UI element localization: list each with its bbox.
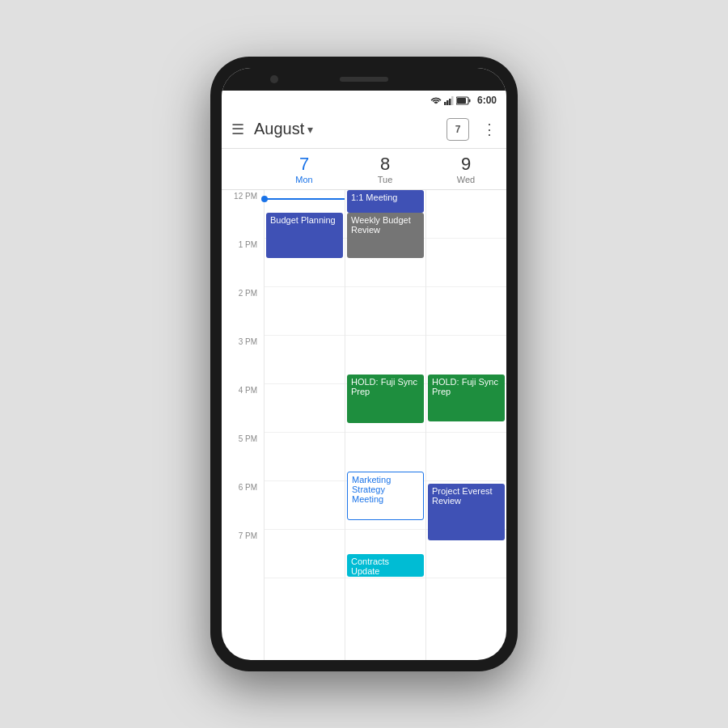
time-label-3pm: 3 PM	[222, 336, 264, 384]
day-headers: 7 Mon 8 Tue 9 Wed	[222, 149, 506, 190]
hold-fuji-sync-wed-event[interactable]: HOLD: Fuji Sync Prep	[428, 375, 505, 421]
project-everest-event[interactable]: Project Everest Review	[428, 484, 505, 540]
day-name-tue: Tue	[345, 175, 425, 184]
signal-icon	[444, 96, 454, 105]
hour-6	[265, 481, 345, 530]
day-header-mon[interactable]: 7 Mon	[264, 149, 345, 189]
current-time-line	[265, 198, 345, 200]
hour-5	[265, 433, 345, 481]
time-label-1pm: 1 PM	[222, 239, 264, 287]
svg-rect-3	[451, 96, 454, 105]
project-everest-label: Project Everest Review	[432, 486, 493, 506]
contracts-update-event[interactable]: Contracts Update	[347, 554, 424, 577]
time-gutter: 12 PM 1 PM 2 PM 3 PM 4 PM 5 PM 6 PM 7 PM	[222, 190, 264, 660]
svg-rect-1	[447, 100, 449, 105]
camera	[270, 75, 278, 83]
day-header-wed[interactable]: 9 Wed	[425, 149, 506, 189]
svg-rect-2	[449, 99, 451, 105]
marketing-strategy-event[interactable]: Marketing Strategy Meeting	[347, 472, 424, 520]
one-one-meeting-event[interactable]: 1:1 Meeting	[347, 190, 424, 213]
status-bar: 6:00	[222, 91, 506, 110]
hour-4	[265, 384, 345, 433]
time-label-4pm: 4 PM	[222, 384, 264, 433]
time-grid-scroll[interactable]: 12 PM 1 PM 2 PM 3 PM 4 PM 5 PM 6 PM 7 PM	[222, 190, 506, 660]
time-label-12pm: 12 PM	[222, 190, 264, 239]
hold-fuji-sync-tue-event[interactable]: HOLD: Fuji Sync Prep	[347, 375, 424, 423]
weekly-budget-review-event[interactable]: Weekly Budget Review	[347, 213, 424, 258]
status-icons	[430, 96, 471, 105]
day-col-tue: 1:1 Meeting Weekly Budget Review HOLD: F…	[345, 190, 425, 660]
status-time: 6:00	[477, 95, 497, 106]
svg-rect-5	[468, 99, 470, 102]
time-label-5pm: 5 PM	[222, 433, 264, 481]
contracts-update-label: Contracts Update	[351, 557, 389, 576]
day-name-wed: Wed	[425, 175, 506, 184]
calendar-icon-button[interactable]: 7	[447, 118, 469, 141]
dropdown-arrow[interactable]: ▾	[307, 123, 313, 136]
one-one-meeting-label: 1:1 Meeting	[351, 193, 397, 202]
time-gutter-header	[222, 149, 264, 189]
day-col-wed: HOLD: Fuji Sync Prep Project Everest Rev…	[425, 190, 506, 660]
time-label-2pm: 2 PM	[222, 287, 264, 336]
calendar-body: 7 Mon 8 Tue 9 Wed 12 PM 1 P	[222, 149, 506, 660]
cal-day-num: 7	[455, 124, 461, 135]
time-label-6pm: 6 PM	[222, 481, 264, 530]
app-header: ☰ August ▾ 7 ⋮	[222, 110, 506, 149]
hold-fuji-sync-wed-label: HOLD: Fuji Sync Prep	[432, 377, 498, 396]
weekly-budget-review-label: Weekly Budget Review	[351, 215, 411, 235]
hour-2	[265, 287, 345, 336]
hamburger-icon[interactable]: ☰	[231, 121, 244, 138]
time-grid: 12 PM 1 PM 2 PM 3 PM 4 PM 5 PM 6 PM 7 PM	[222, 190, 506, 660]
day-name-mon: Mon	[264, 175, 345, 184]
phone-frame: 6:00 ☰ August ▾ 7 ⋮ 7 Mon	[210, 57, 518, 671]
header-actions: 7 ⋮	[447, 118, 497, 141]
day-num-8: 8	[345, 155, 425, 173]
svg-rect-6	[457, 98, 466, 104]
budget-planning-event[interactable]: Budget Planning	[266, 213, 343, 258]
day-num-7: 7	[264, 155, 345, 173]
day-columns: Budget Planning	[264, 190, 506, 660]
phone-screen: 6:00 ☰ August ▾ 7 ⋮ 7 Mon	[222, 68, 506, 660]
day-header-tue[interactable]: 8 Tue	[345, 149, 425, 189]
current-time-dot	[261, 196, 268, 202]
hour-7	[265, 530, 345, 578]
more-icon[interactable]: ⋮	[482, 121, 497, 138]
hour-3	[265, 336, 345, 384]
svg-rect-0	[444, 102, 447, 105]
month-label: August	[254, 120, 304, 138]
phone-top-bar	[222, 68, 506, 91]
speaker	[340, 77, 388, 82]
budget-planning-label: Budget Planning	[270, 215, 336, 225]
wifi-icon	[430, 96, 442, 105]
day-col-mon: Budget Planning	[264, 190, 345, 660]
battery-icon	[456, 96, 471, 105]
header-title: August ▾	[254, 120, 437, 138]
time-label-7pm: 7 PM	[222, 530, 264, 578]
hold-fuji-sync-tue-label: HOLD: Fuji Sync Prep	[351, 377, 417, 396]
marketing-strategy-label: Marketing Strategy Meeting	[352, 475, 391, 504]
day-num-9: 9	[425, 155, 506, 173]
